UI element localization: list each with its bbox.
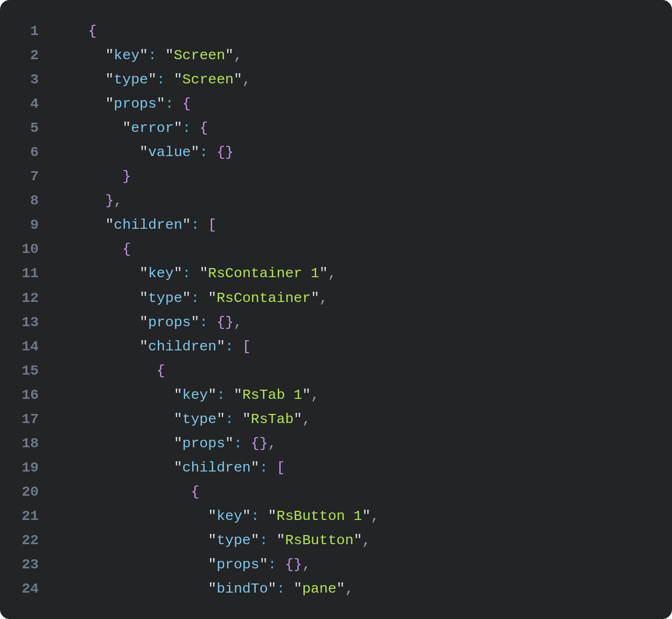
line-content: "key": "RsTab 1", xyxy=(54,383,319,407)
code-line: 7 } xyxy=(9,165,657,189)
code-line: 10 { xyxy=(9,237,657,262)
code-line: 17 "type": "RsTab", xyxy=(9,407,657,432)
code-line: 20 { xyxy=(9,480,657,504)
line-content: { xyxy=(54,19,97,44)
line-content: "type": "Screen", xyxy=(54,68,251,92)
line-content: "error": { xyxy=(54,116,208,140)
code-line: 3 "type": "Screen", xyxy=(9,68,657,92)
code-line: 15 { xyxy=(9,359,657,383)
code-line: 11 "key": "RsContainer 1", xyxy=(9,262,657,286)
line-number: 13 xyxy=(9,311,54,335)
line-content: { xyxy=(54,237,131,262)
code-line: 5 "error": { xyxy=(9,116,657,140)
line-content: "key": "RsButton 1", xyxy=(54,504,379,529)
line-content: "type": "RsButton", xyxy=(54,529,370,553)
line-content: "props": {}, xyxy=(54,553,311,577)
code-line: 21 "key": "RsButton 1", xyxy=(9,504,657,529)
line-content: "type": "RsTab", xyxy=(54,407,311,432)
line-content: { xyxy=(54,480,199,504)
line-number: 11 xyxy=(9,262,54,286)
line-number: 19 xyxy=(9,456,54,480)
line-content: } xyxy=(54,165,131,189)
line-number: 8 xyxy=(9,189,54,213)
code-line: 22 "type": "RsButton", xyxy=(9,529,657,553)
line-number: 24 xyxy=(9,577,54,601)
line-content: "props": {}, xyxy=(54,311,242,335)
code-line: 4 "props": { xyxy=(9,92,657,116)
code-line: 9 "children": [ xyxy=(9,213,657,237)
code-line: 13 "props": {}, xyxy=(9,311,657,335)
line-number: 3 xyxy=(9,68,54,92)
line-content: "children": [ xyxy=(54,213,216,237)
line-number: 22 xyxy=(9,529,54,553)
line-content: "type": "RsContainer", xyxy=(54,286,328,311)
code-line: 23 "props": {}, xyxy=(9,553,657,577)
code-line: 1 { xyxy=(9,19,657,44)
line-number: 6 xyxy=(9,140,54,165)
line-content: "children": [ xyxy=(54,456,285,480)
line-content: "bindTo": "pane", xyxy=(54,577,354,601)
code-line: 16 "key": "RsTab 1", xyxy=(9,383,657,407)
line-content: "children": [ xyxy=(54,335,251,359)
line-number: 5 xyxy=(9,116,54,140)
code-line: 8 }, xyxy=(9,189,657,213)
line-content: "key": "Screen", xyxy=(54,44,242,68)
line-content: "value": {} xyxy=(54,140,234,165)
code-block: 1 {2 "key": "Screen",3 "type": "Screen",… xyxy=(0,0,672,619)
code-line: 18 "props": {}, xyxy=(9,432,657,456)
line-content: "props": { xyxy=(54,92,191,116)
code-line: 19 "children": [ xyxy=(9,456,657,480)
code-content: 1 {2 "key": "Screen",3 "type": "Screen",… xyxy=(9,19,657,601)
line-content: { xyxy=(54,359,165,383)
line-number: 1 xyxy=(9,19,54,44)
line-number: 18 xyxy=(9,432,54,456)
line-number: 2 xyxy=(9,44,54,68)
line-number: 23 xyxy=(9,553,54,577)
line-number: 7 xyxy=(9,165,54,189)
line-number: 16 xyxy=(9,383,54,407)
line-number: 10 xyxy=(9,237,54,262)
line-number: 15 xyxy=(9,359,54,383)
code-line: 14 "children": [ xyxy=(9,335,657,359)
line-number: 21 xyxy=(9,504,54,529)
code-line: 12 "type": "RsContainer", xyxy=(9,286,657,311)
line-number: 17 xyxy=(9,407,54,432)
code-line: 2 "key": "Screen", xyxy=(9,44,657,68)
code-line: 24 "bindTo": "pane", xyxy=(9,577,657,601)
line-content: }, xyxy=(54,189,122,213)
line-number: 12 xyxy=(9,286,54,311)
line-number: 4 xyxy=(9,92,54,116)
line-content: "key": "RsContainer 1", xyxy=(54,262,337,286)
line-number: 9 xyxy=(9,213,54,237)
line-number: 14 xyxy=(9,335,54,359)
line-content: "props": {}, xyxy=(54,432,277,456)
line-number: 20 xyxy=(9,480,54,504)
code-line: 6 "value": {} xyxy=(9,140,657,165)
